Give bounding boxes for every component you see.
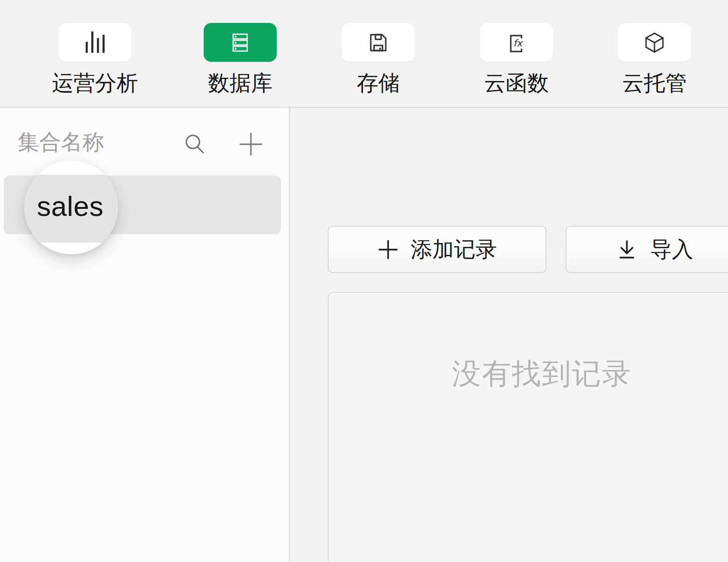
fx-icon: fx (480, 23, 553, 62)
collection-name-placeholder[interactable]: 集合名称 (18, 129, 104, 155)
tab-storage[interactable]: 存储 (342, 23, 415, 95)
bar-chart-icon (59, 23, 132, 62)
save-icon (342, 23, 415, 62)
collection-search-bar: 集合名称 (0, 108, 289, 159)
tab-cloud-functions[interactable]: fx 云函数 (480, 23, 553, 95)
tab-label: 运营分析 (52, 71, 138, 95)
download-icon (616, 238, 638, 261)
tab-operations-analysis[interactable]: 运营分析 (52, 23, 138, 95)
plus-icon (377, 239, 399, 260)
records-empty-panel: 没有找到记录 (328, 292, 728, 562)
tab-cloud-hosting[interactable]: 云托管 (618, 23, 691, 95)
add-record-button[interactable]: 添加记录 (328, 226, 546, 273)
empty-state-text: 没有找到记录 (329, 354, 728, 393)
collection-name-text: sales (24, 161, 116, 251)
tab-database[interactable]: 数据库 (204, 23, 277, 95)
add-collection-icon[interactable] (239, 132, 263, 156)
search-icon[interactable] (182, 131, 208, 157)
add-record-label: 添加记录 (411, 235, 497, 264)
database-icon (204, 23, 277, 62)
tab-label: 数据库 (204, 71, 277, 95)
top-toolbar: 运营分析 数据库 (0, 0, 728, 108)
tab-label: 存储 (342, 71, 415, 95)
tab-label: 云托管 (618, 71, 691, 95)
import-label: 导入 (650, 235, 693, 264)
import-button[interactable]: 导入 (566, 226, 728, 273)
fx-glyph: fx (514, 37, 523, 49)
magnifier-lens: sales (24, 161, 118, 254)
tab-label: 云函数 (480, 71, 553, 95)
cube-icon (618, 23, 691, 62)
database-records-panel: 添加记录 导入 没有找到记录 (290, 108, 728, 562)
